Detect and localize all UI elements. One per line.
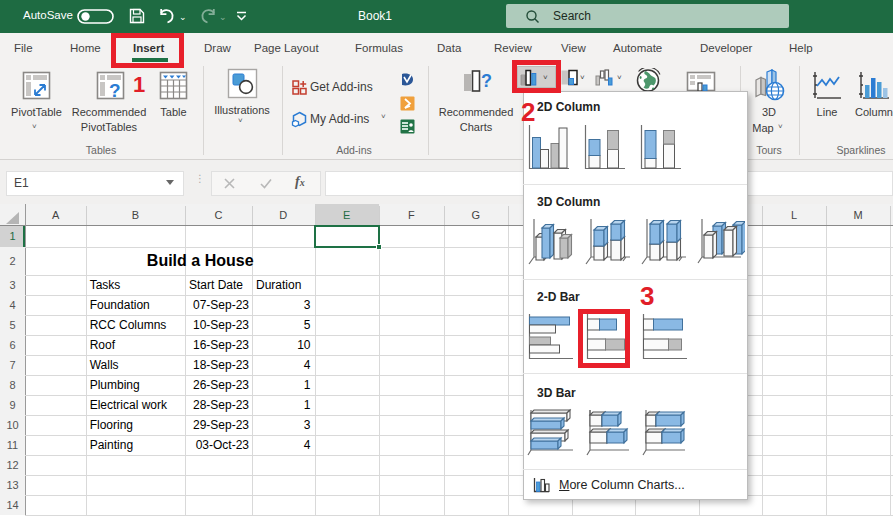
svg-text:?: ? xyxy=(481,71,492,91)
svg-text:?: ? xyxy=(109,80,121,100)
